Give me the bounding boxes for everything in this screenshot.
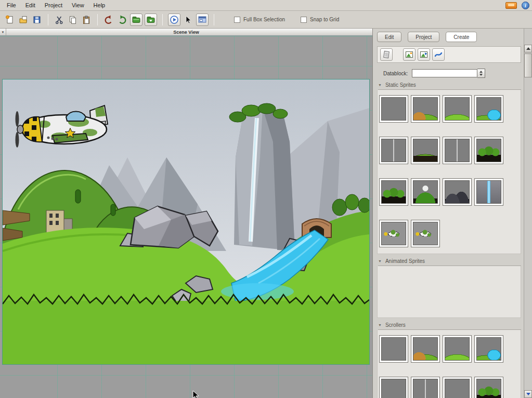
open-button[interactable] (17, 14, 30, 26)
toolbar-separator (97, 14, 98, 25)
tab-create[interactable]: Create (446, 32, 477, 42)
tab-project[interactable]: Project (408, 32, 439, 42)
scene-panel: ▼ Scene View (0, 29, 373, 398)
sprite-thumbnail-vline[interactable] (443, 137, 472, 164)
sprite-thumbnail-gray[interactable] (443, 377, 472, 398)
mouse-cursor (192, 390, 200, 398)
create-toolbar (377, 46, 521, 63)
copy-button[interactable] (67, 14, 79, 26)
sprite-thumbnail-hill-green[interactable] (443, 335, 472, 363)
scene-view-header: ▼ Scene View (0, 29, 372, 36)
sprite-art (413, 97, 438, 121)
sprite-thumbnail-gray[interactable] (379, 95, 408, 123)
datablock-stepper[interactable] (477, 69, 485, 78)
static-sprites-header[interactable]: ▼ Static Sprites (378, 82, 521, 90)
animated-sprite-tool-button[interactable] (418, 48, 430, 61)
menu-edit[interactable]: Edit (21, 1, 40, 10)
sprite-thumbnail-vline[interactable] (411, 377, 440, 398)
cut-icon (55, 15, 64, 24)
sprite-thumbnail-mtn-dark[interactable] (443, 178, 472, 206)
sprite-thumbnail-hill-sand[interactable] (411, 335, 440, 363)
scrollers-header[interactable]: ▼ Scrollers (378, 322, 521, 330)
new-icon (5, 15, 15, 24)
collapse-triangle-icon[interactable]: ▼ (378, 323, 382, 327)
level-folder-button[interactable] (130, 14, 142, 26)
sprite-thumbnail-vline[interactable] (379, 137, 408, 164)
save-icon (32, 15, 42, 24)
menu-project[interactable]: Project (40, 1, 67, 10)
copy-icon (68, 15, 77, 24)
menu-view[interactable]: View (67, 1, 89, 10)
full-box-selection-checkbox[interactable]: Full Box Selection (234, 17, 285, 23)
sprite-thumbnail-hill-green[interactable] (443, 95, 472, 123)
animated-sprites-grid (377, 266, 521, 318)
tab-edit[interactable]: Edit (377, 32, 401, 42)
sprite-thumbnail-mtn-snow[interactable] (411, 178, 440, 206)
cut-button[interactable] (53, 14, 66, 26)
collapse-triangle-icon[interactable]: ▼ (378, 259, 382, 263)
snap-to-grid-checkbox[interactable]: Snap to Grid (301, 17, 339, 23)
sprite-row (379, 335, 521, 363)
undo-button[interactable] (102, 14, 115, 26)
sprite-thumbnail-plane[interactable] (411, 220, 440, 247)
datablock-label: Datablock: (383, 71, 408, 76)
save-button[interactable] (31, 14, 43, 26)
arrow-down-icon (526, 393, 530, 395)
panel-scrollbar[interactable] (524, 29, 532, 398)
sprite-thumbnail-trees-dark[interactable] (379, 178, 408, 206)
redo-button[interactable] (116, 14, 128, 26)
datablock-page-button[interactable] (380, 48, 393, 61)
open-icon (19, 15, 28, 24)
sprite-art (476, 139, 501, 162)
new-button[interactable] (4, 14, 16, 26)
scroll-down-button[interactable] (524, 390, 532, 398)
play-icon (170, 15, 179, 24)
static-sprites-grid (377, 90, 521, 254)
scene-viewport[interactable] (0, 36, 372, 398)
scroller-tool-button[interactable] (432, 48, 445, 61)
grass-layer[interactable] (3, 295, 369, 364)
sprite-thumbnail-trees-dark[interactable] (474, 377, 503, 398)
sprite-thumbnail-hill-dark[interactable] (411, 137, 440, 164)
checkbox-label: Full Box Selection (243, 17, 285, 22)
paste-button[interactable] (80, 14, 93, 26)
collapse-triangle-icon[interactable]: ▼ (378, 83, 382, 87)
sprite-thumbnail-gray[interactable] (379, 335, 408, 363)
level-folder-icon (132, 15, 141, 24)
scrollbar-thumb[interactable] (524, 54, 532, 77)
sprite-row (379, 377, 521, 398)
sprite-thumbnail-fall[interactable] (474, 178, 503, 206)
info-icon[interactable]: i (522, 2, 529, 9)
select-tool-button[interactable] (182, 14, 194, 26)
sprite-thumbnail-hill-sand[interactable] (411, 95, 440, 123)
sprite-thumbnail-water[interactable] (474, 335, 503, 363)
datablock-dropdown[interactable] (412, 69, 477, 77)
sprite-art (476, 180, 501, 204)
scrollbar-track[interactable] (524, 52, 532, 390)
menu-file[interactable]: File (2, 1, 21, 10)
sprite-art (413, 379, 438, 398)
sprite-thumbnail-water[interactable] (474, 95, 503, 123)
datablock-page-icon (382, 50, 391, 59)
orange-status-icon[interactable] (505, 2, 517, 9)
layout-button[interactable] (196, 14, 209, 26)
sprite-image-alt-icon (420, 50, 428, 59)
sprite-thumbnail-plane[interactable] (379, 220, 408, 247)
play-button[interactable] (168, 14, 180, 26)
sprite-art (381, 97, 406, 121)
scene-view-menu-toggle[interactable]: ▼ (0, 29, 6, 35)
checkbox-box[interactable] (234, 17, 240, 23)
sprite-art (476, 97, 501, 121)
scene-canvas[interactable] (3, 79, 369, 364)
animated-sprites-header[interactable]: ▼ Animated Sprites (378, 258, 521, 266)
scroll-up-button[interactable] (524, 45, 532, 52)
panel-tabs: Edit Project Create (377, 32, 521, 42)
sprite-art (445, 180, 470, 204)
level-folder-alt-button[interactable] (145, 14, 157, 26)
sprite-thumbnail-trees-dark[interactable] (474, 137, 503, 164)
sprite-thumbnail-gray[interactable] (379, 377, 408, 398)
checkbox-box[interactable] (301, 17, 307, 23)
static-sprite-tool-button[interactable] (403, 48, 416, 61)
sprite-art (381, 379, 406, 398)
menu-help[interactable]: Help (89, 1, 110, 10)
